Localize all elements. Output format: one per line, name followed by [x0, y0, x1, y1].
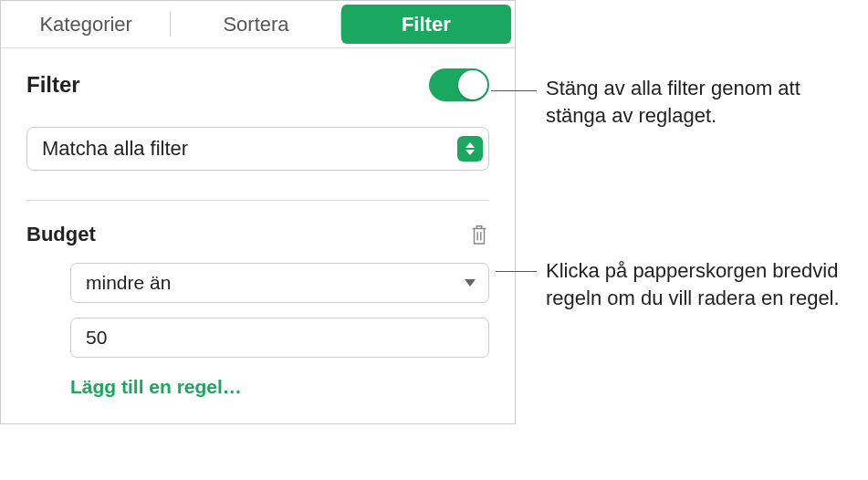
tab-label: Filter [402, 13, 451, 37]
rule-header: Budget [26, 223, 489, 246]
tab-filter[interactable]: Filter [341, 5, 511, 44]
add-rule-link[interactable]: Lägg till en regel… [70, 376, 489, 398]
annotation-leader [491, 90, 537, 91]
rule-body: mindre än Lägg till en regel… [26, 263, 489, 398]
tab-bar: Kategorier Sortera Filter [1, 1, 515, 48]
annotation-trash: Klicka på papperskorgen bredvid regeln o… [546, 257, 865, 311]
tab-sort[interactable]: Sortera [171, 1, 340, 47]
toggle-knob [458, 70, 487, 99]
trash-icon[interactable] [469, 223, 489, 246]
filter-panel: Kategorier Sortera Filter Filter Matcha … [0, 0, 516, 424]
tab-label: Sortera [223, 13, 288, 37]
match-mode-select[interactable]: Matcha alla filter [26, 127, 489, 171]
filter-header: Filter [26, 68, 489, 101]
filter-toggle[interactable] [429, 68, 489, 101]
chevron-down-icon [465, 279, 476, 287]
panel-content: Filter Matcha alla filter Budget mindre … [1, 48, 515, 423]
filter-title: Filter [26, 72, 80, 98]
match-mode-label: Matcha alla filter [42, 137, 188, 161]
rule-name: Budget [26, 223, 96, 246]
tab-categories[interactable]: Kategorier [1, 1, 171, 47]
divider [26, 200, 489, 201]
annotation-leader [496, 271, 537, 272]
condition-select[interactable]: mindre än [70, 263, 489, 303]
annotation-toggle: Stäng av alla filter genom att stänga av… [546, 75, 865, 129]
value-input[interactable] [70, 318, 489, 358]
condition-label: mindre än [86, 272, 171, 294]
tab-label: Kategorier [39, 13, 132, 37]
updown-icon [457, 136, 483, 162]
